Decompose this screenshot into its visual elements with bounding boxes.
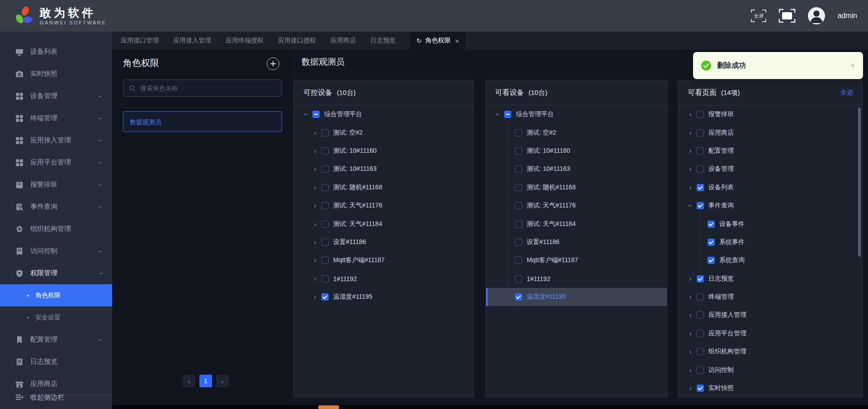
user-avatar[interactable] <box>807 7 826 25</box>
checkbox-unchecked[interactable] <box>321 221 329 228</box>
fullscreen-button[interactable]: 全屏 <box>750 9 767 23</box>
checkbox-unchecked[interactable] <box>697 165 704 173</box>
tab-2[interactable]: 应用接入管理 <box>173 32 211 50</box>
select-all-link[interactable]: 全选 <box>840 89 853 97</box>
tree-row[interactable]: ›测试: 空#2 <box>294 123 473 141</box>
checkbox-unchecked[interactable] <box>515 184 522 191</box>
sidebar-item-12[interactable]: 配置管理› <box>0 329 112 351</box>
chevron-down-icon[interactable]: › <box>302 111 310 118</box>
tree-row[interactable]: ›终端管理 <box>679 288 862 306</box>
checkbox-unchecked[interactable] <box>697 293 704 301</box>
sidebar-item-13[interactable]: 日志预览 <box>0 351 112 373</box>
close-icon[interactable]: × <box>850 61 855 70</box>
checkbox-checked[interactable] <box>697 385 704 392</box>
checkbox-unchecked[interactable] <box>321 275 329 282</box>
chevron-right-icon[interactable]: › <box>311 129 319 136</box>
tree-row[interactable]: ›应用接入管理 <box>679 306 862 324</box>
next-page-button[interactable]: › <box>216 375 229 387</box>
sidebar-subitem-角色权限[interactable]: 角色权限 <box>0 284 112 306</box>
chevron-right-icon[interactable]: › <box>687 348 694 355</box>
chevron-right-icon[interactable]: › <box>311 239 319 246</box>
tree-row[interactable]: ›综合管理平台 <box>294 105 473 123</box>
checkbox-checked[interactable] <box>697 184 704 191</box>
chevron-down-icon[interactable]: › <box>494 111 501 118</box>
checkbox-unchecked[interactable] <box>321 184 329 191</box>
tree-row[interactable]: ›设置#11186 <box>294 233 473 251</box>
tab-3[interactable]: 应用终端授权 <box>226 32 264 50</box>
checkbox-checked[interactable] <box>708 221 715 228</box>
checkbox-unchecked[interactable] <box>321 129 329 136</box>
chevron-right-icon[interactable]: › <box>311 202 319 209</box>
tree-row[interactable]: ›设备列表 <box>679 179 862 197</box>
chevron-right-icon[interactable]: › <box>311 165 319 173</box>
tab-5[interactable]: 应用商店 <box>330 32 356 50</box>
tree-row[interactable]: ›配置管理 <box>679 142 862 160</box>
current-page-button[interactable]: 1 <box>199 375 212 387</box>
sidebar-item-8[interactable]: 事件查询› <box>0 196 112 218</box>
checkbox-unchecked[interactable] <box>321 165 329 173</box>
tree-row[interactable]: ›访问控制 <box>679 361 862 379</box>
chevron-right-icon[interactable]: › <box>687 311 694 319</box>
username-label[interactable]: admin <box>837 12 857 20</box>
checkbox-checked[interactable] <box>697 275 704 282</box>
checkbox-unchecked[interactable] <box>697 311 704 319</box>
checkbox-unchecked[interactable] <box>515 221 522 228</box>
chevron-right-icon[interactable]: › <box>687 293 694 301</box>
prev-page-button[interactable]: ‹ <box>183 375 195 387</box>
chevron-right-icon[interactable]: › <box>311 147 319 155</box>
checkbox-unchecked[interactable] <box>515 275 522 282</box>
tree-row[interactable]: 设置#11186 <box>486 233 667 251</box>
chevron-right-icon[interactable]: › <box>311 221 319 228</box>
tree-row[interactable]: ›1#11192 <box>294 270 473 288</box>
tree-row[interactable]: 温湿度#11195 <box>486 288 667 306</box>
chevron-right-icon[interactable]: › <box>687 275 694 282</box>
tree-row[interactable]: ›设备管理 <box>679 160 862 178</box>
chevron-right-icon[interactable]: › <box>687 111 694 118</box>
tree-row[interactable]: ›事件查询 <box>679 197 862 215</box>
sidebar-item-10[interactable]: 访问控制› <box>0 240 112 262</box>
chevron-right-icon[interactable]: › <box>687 147 694 155</box>
add-role-button[interactable] <box>267 57 279 70</box>
tree-row[interactable]: 设备事件 <box>679 215 862 233</box>
checkbox-unchecked[interactable] <box>515 165 522 173</box>
tree-row[interactable]: ›应用平台管理 <box>679 324 862 343</box>
checkbox-unchecked[interactable] <box>515 129 522 136</box>
chevron-down-icon[interactable]: › <box>687 202 694 209</box>
checkbox-unchecked[interactable] <box>515 239 522 246</box>
chevron-right-icon[interactable]: › <box>311 293 319 301</box>
tree-row[interactable]: ›日志预览 <box>679 270 862 288</box>
checkbox-unchecked[interactable] <box>321 257 329 264</box>
checkbox-unchecked[interactable] <box>697 129 704 136</box>
tree-row[interactable]: ›测试: 天气#11184 <box>294 215 473 233</box>
sidebar-item-1[interactable]: 设备列表 <box>0 41 112 63</box>
sidebar-item-6[interactable]: 应用平台管理› <box>0 151 112 174</box>
checkbox-indeterminate[interactable] <box>312 111 320 118</box>
checkbox-checked[interactable] <box>697 202 704 209</box>
chevron-right-icon[interactable]: › <box>311 184 319 191</box>
sidebar-item-3[interactable]: 设备管理› <box>0 85 112 107</box>
tree-row[interactable]: ›Mqtt客户端#11187 <box>294 251 473 269</box>
tree-row[interactable]: ›测试: 10#11160 <box>294 142 473 160</box>
checkbox-unchecked[interactable] <box>697 111 704 118</box>
tree-row[interactable]: ›测试: 10#11163 <box>294 160 473 178</box>
chevron-right-icon[interactable]: › <box>311 257 319 264</box>
tree-row[interactable]: ›组织机构管理 <box>679 343 862 361</box>
checkbox-unchecked[interactable] <box>321 202 329 209</box>
checkbox-unchecked[interactable] <box>697 147 704 155</box>
chevron-right-icon[interactable]: › <box>687 385 694 392</box>
sidebar-item-9[interactable]: 组织机构管理 <box>0 218 112 240</box>
checkbox-unchecked[interactable] <box>697 330 704 337</box>
tree-row[interactable]: 测试: 10#11163 <box>486 160 667 178</box>
chevron-right-icon[interactable]: › <box>687 184 694 191</box>
tree-row[interactable]: ›应用商店 <box>679 123 862 141</box>
role-list-item[interactable]: 数据观测员 <box>123 111 282 132</box>
chevron-right-icon[interactable]: › <box>311 275 319 282</box>
tree-row[interactable]: 测试: 天气#11176 <box>486 197 667 215</box>
refresh-icon[interactable]: ↻ <box>416 37 422 44</box>
checkbox-indeterminate[interactable] <box>504 111 511 118</box>
tree-row[interactable]: 系统查询 <box>679 251 862 269</box>
tree-row[interactable]: ›温湿度#11195 <box>294 288 473 306</box>
sidebar-item-5[interactable]: 应用接入管理› <box>0 129 112 151</box>
checkbox-unchecked[interactable] <box>515 202 522 209</box>
tab-6[interactable]: 日志预览 <box>370 32 396 50</box>
